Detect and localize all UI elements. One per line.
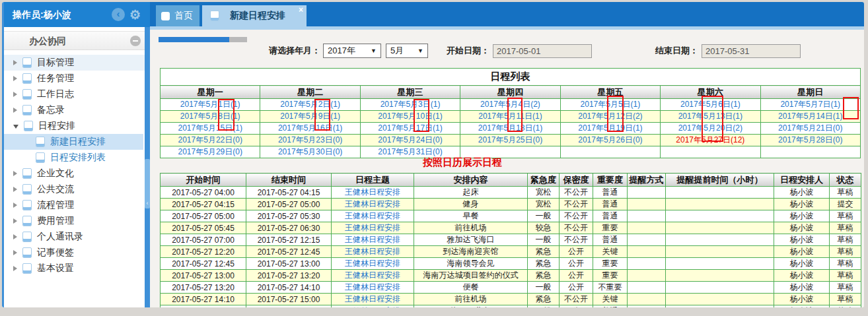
schedule-cell: 不公开 (560, 187, 593, 199)
tab-home[interactable]: 首页 (156, 5, 199, 26)
calendar-date-link[interactable]: 2017年5月7日(1) (780, 100, 840, 109)
calendar-date-link[interactable]: 2017年5月31日(0) (378, 147, 442, 156)
calendar-date-link[interactable]: 2017年5月25日(0) (478, 135, 542, 144)
sidebar-item[interactable]: 日程安排列表 (4, 150, 150, 166)
schedule-cell: 早餐 (414, 210, 528, 222)
year-select[interactable]: 2017年▼ (323, 44, 381, 58)
chevron-right-icon[interactable] (13, 92, 17, 97)
chevron-right-icon[interactable] (13, 250, 17, 255)
calendar-date-link[interactable]: 2017年5月30日(0) (278, 147, 342, 156)
schedule-subject-link[interactable]: 王健林日程安排 (345, 259, 400, 268)
schedule-cell: 2017-05-27 12:20 (161, 246, 246, 258)
collapse-minus-icon[interactable] (130, 36, 141, 46)
calendar-date-link[interactable]: 2017年5月14日(1) (778, 111, 842, 121)
sidebar-item-label: 企业文化 (37, 168, 74, 179)
gear-icon[interactable]: ⚙ (129, 9, 141, 21)
calendar-date-link[interactable]: 2017年5月11日(1) (478, 111, 542, 121)
chevron-right-icon[interactable] (13, 234, 17, 239)
calendar-date-link[interactable]: 2017年5月6日(1) (680, 100, 741, 109)
calendar-date-link[interactable]: 2017年5月28日(0) (778, 135, 842, 144)
schedule-cell: 杨小波 (774, 282, 830, 294)
chevron-right-icon[interactable] (13, 108, 17, 113)
schedule-subject-link[interactable]: 王健林日程安排 (345, 235, 400, 244)
calendar-date-link[interactable]: 2017年5月20日(2) (678, 123, 742, 133)
sidebar-item[interactable]: 工作日志 (4, 86, 150, 102)
calendar-date-link[interactable]: 2017年5月27日(12) (676, 135, 744, 144)
chevron-right-icon[interactable] (13, 187, 17, 192)
document-icon (210, 11, 219, 21)
chevron-right-icon[interactable] (13, 266, 17, 271)
sidebar-item[interactable]: 企业文化 (4, 166, 150, 181)
weekday-header: 星期日 (760, 86, 860, 99)
sidebar-item[interactable]: 目标管理 (4, 55, 150, 71)
chevron-right-icon[interactable] (13, 203, 17, 208)
collapse-back-icon[interactable]: ‹ (112, 8, 125, 21)
sidebar-item[interactable]: 流程管理 (4, 197, 150, 213)
tab-bar: 首页 新建日程安排 × (150, 2, 864, 26)
sidebar-item[interactable]: 公共交流 (4, 181, 150, 197)
table-row: 2017-05-27 05:452017-05-27 06:30王健林日程安排前… (161, 222, 861, 234)
calendar-date-link[interactable]: 2017年5月24日(0) (378, 135, 442, 144)
chevron-right-icon[interactable] (13, 218, 17, 224)
schedule-subject-link[interactable]: 王健林日程安排 (345, 187, 400, 197)
calendar-date-link[interactable]: 2017年5月8日(1) (180, 111, 240, 121)
scrollbar-thumb[interactable] (159, 37, 229, 42)
calendar-date-link[interactable]: 2017年5月2日(1) (280, 100, 340, 109)
calendar-cell: 2017年5月9日(1) (260, 111, 360, 123)
sidebar-section-header[interactable]: 办公协同 (4, 31, 150, 50)
calendar-date-link[interactable]: 2017年5月12日(2) (578, 111, 642, 121)
calendar-date-link[interactable]: 2017年5月15日(1) (178, 123, 242, 133)
calendar-date-link[interactable]: 2017年5月22日(0) (178, 135, 242, 144)
calendar-date-link[interactable]: 2017年5月9日(1) (280, 111, 340, 121)
close-tab-icon[interactable]: × (299, 5, 303, 15)
calendar-date-link[interactable]: 2017年5月13日(1) (678, 111, 742, 121)
calendar-date-link[interactable]: 2017年5月19日(1) (578, 123, 642, 133)
sidebar-item[interactable]: 备忘录 (4, 102, 150, 118)
calendar-date-link[interactable]: 2017年5月17日(1) (378, 123, 442, 133)
sidebar-item[interactable]: 基本设置 (4, 261, 150, 276)
start-date-input[interactable] (493, 44, 592, 58)
chevron-right-icon[interactable] (13, 76, 17, 81)
calendar-date-link[interactable]: 2017年5月4日(2) (480, 100, 540, 109)
calendar-date-link[interactable]: 2017年5月29日(0) (178, 147, 242, 156)
scrollbar-track[interactable] (229, 37, 247, 42)
calendar-date-link[interactable]: 2017年5月21日(0) (778, 123, 842, 133)
sidebar-scrollbar-thumb[interactable]: ‹ (145, 159, 150, 208)
schedule-cell: 关键 (593, 294, 628, 305)
document-icon (22, 57, 32, 68)
calendar-date-link[interactable]: 2017年5月3日(1) (380, 100, 441, 109)
schedule-cell: 普通 (593, 187, 628, 199)
schedule-subject-link[interactable]: 王健林日程安排 (345, 247, 400, 256)
schedule-cell: 2017-05-27 05:00 (161, 210, 246, 222)
schedule-subject-link[interactable]: 王健林日程安排 (345, 211, 400, 220)
sidebar-item[interactable]: 任务管理 (4, 71, 150, 86)
calendar-date-link[interactable]: 2017年5月23日(0) (278, 135, 342, 144)
chevron-right-icon[interactable] (13, 60, 17, 65)
calendar-date-link[interactable]: 2017年5月1日(1) (180, 100, 240, 109)
schedule-cell (628, 222, 666, 234)
chevron-down-icon[interactable] (13, 125, 18, 129)
sidebar-item[interactable]: 日程安排 (4, 118, 150, 134)
end-date-input[interactable] (702, 44, 801, 58)
schedule-subject-link[interactable]: 王健林日程安排 (345, 282, 400, 292)
sidebar-item[interactable]: 个人通讯录 (4, 229, 150, 245)
schedule-subject-link[interactable]: 王健林日程安排 (345, 306, 400, 307)
sidebar-item[interactable]: 费用管理 (4, 213, 150, 229)
schedule-subject-link[interactable]: 王健林日程安排 (345, 223, 400, 232)
month-select[interactable]: 5月▼ (386, 44, 428, 58)
tab-new-schedule[interactable]: 新建日程安排 × (202, 5, 307, 26)
chevron-right-icon[interactable] (13, 171, 17, 176)
calendar-date-link[interactable]: 2017年5月26日(0) (578, 135, 642, 144)
schedule-subject-link[interactable]: 王健林日程安排 (345, 270, 400, 280)
sidebar-item[interactable]: 新建日程安排 (4, 134, 143, 150)
calendar-date-link[interactable]: 2017年5月5日(1) (581, 100, 641, 109)
schedule-cell: 2017-05-27 15:00 (161, 305, 246, 308)
horizontal-scrollbar[interactable] (159, 37, 247, 42)
schedule-subject-link[interactable]: 王健林日程安排 (345, 294, 400, 303)
calendar-date-link[interactable]: 2017年5月10日(1) (378, 111, 442, 121)
sidebar-item[interactable]: 记事便签 (4, 245, 150, 261)
sidebar-scrollbar[interactable]: ‹ (145, 27, 150, 307)
schedule-subject-link[interactable]: 王健林日程安排 (345, 199, 400, 208)
calendar-date-link[interactable]: 2017年5月18日(1) (478, 123, 542, 133)
calendar-date-link[interactable]: 2017年5月16日(1) (278, 123, 342, 133)
